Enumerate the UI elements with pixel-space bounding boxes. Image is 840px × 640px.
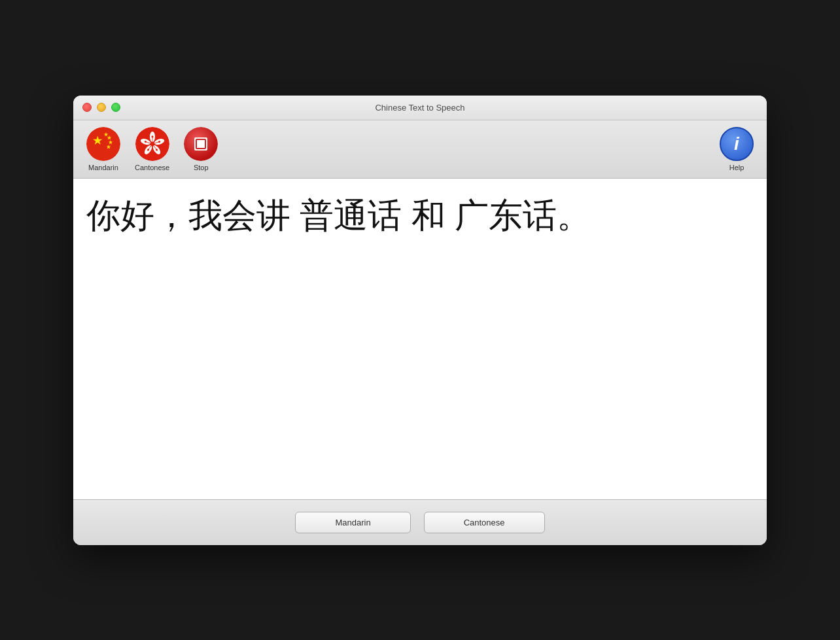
cantonese-flag-icon [135, 127, 169, 161]
cantonese-bottom-button[interactable]: Cantonese [424, 512, 545, 533]
help-toolbar-label: Help [729, 164, 744, 171]
traffic-lights [82, 103, 120, 112]
minimize-button[interactable] [97, 103, 106, 112]
stop-icon [184, 127, 218, 161]
title-bar: Chinese Text to Speech [73, 96, 767, 120]
toolbar: Mandarin [73, 120, 767, 179]
help-toolbar-button[interactable]: i Help [716, 126, 758, 173]
cantonese-toolbar-label: Cantonese [135, 164, 169, 171]
stop-toolbar-label: Stop [194, 164, 209, 171]
cantonese-toolbar-button[interactable]: Cantonese [131, 126, 173, 173]
content-area[interactable]: 你好，我会讲 普通话 和 广东话。 [73, 179, 767, 499]
svg-point-0 [86, 127, 120, 161]
stop-toolbar-button[interactable]: Stop [180, 126, 222, 173]
mandarin-toolbar-label: Mandarin [88, 164, 118, 171]
help-icon: i [720, 127, 754, 161]
chinese-text-display: 你好，我会讲 普通话 和 广东话。 [86, 192, 754, 240]
mandarin-bottom-button[interactable]: Mandarin [295, 512, 410, 533]
window-title: Chinese Text to Speech [375, 103, 464, 113]
mandarin-toolbar-button[interactable]: Mandarin [82, 126, 124, 173]
mandarin-flag-icon [86, 127, 120, 161]
bottom-bar: Mandarin Cantonese [73, 499, 767, 545]
maximize-button[interactable] [111, 103, 120, 112]
close-button[interactable] [82, 103, 92, 112]
app-window: Chinese Text to Speech Mandarin [73, 96, 767, 545]
